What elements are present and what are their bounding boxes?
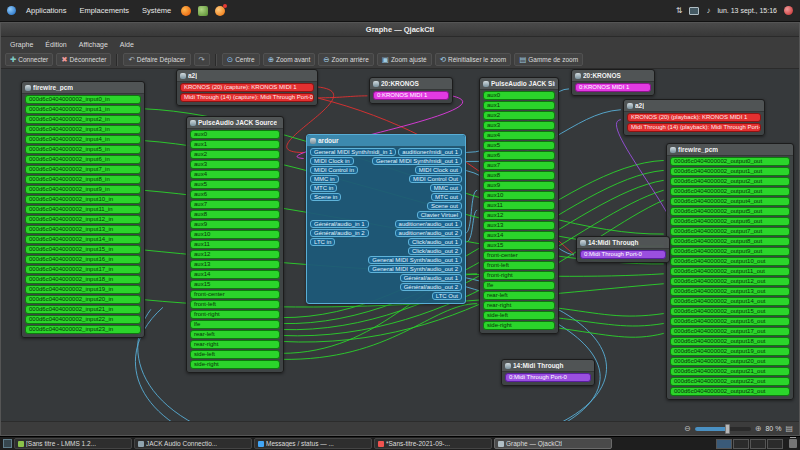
port[interactable]: MMC in xyxy=(310,175,339,183)
node-header[interactable]: ardour xyxy=(307,135,465,147)
port[interactable]: front-right xyxy=(190,310,280,319)
toolbar-button-disconnect[interactable]: ✖Déconnecter xyxy=(56,53,111,66)
port[interactable]: 000d6c0404000002_input13_in xyxy=(25,225,141,234)
toolbar-button-connect[interactable]: ✚Connecter xyxy=(5,53,53,66)
port[interactable]: 000d6c0404000002_input15_in xyxy=(25,245,141,254)
graph-node-kronos-playback[interactable]: 20:KRONOS0:KRONOS MIDI 1 xyxy=(571,69,655,96)
port[interactable]: aux4 xyxy=(483,131,555,140)
port[interactable]: KRONOS (20) (capture): KRONOS MIDI 1 xyxy=(180,83,314,92)
zoom-out-icon[interactable]: ⊖ xyxy=(684,425,691,433)
port[interactable]: aux12 xyxy=(483,211,555,220)
toolbar-button-zoom-out[interactable]: ⊖Zoom arrière xyxy=(318,53,374,66)
port[interactable]: Scene in xyxy=(310,193,341,201)
port[interactable]: 000d6c0404000002_input0_in xyxy=(25,95,141,104)
workspace-1[interactable] xyxy=(716,439,732,449)
port[interactable]: 0:KRONOS MIDI 1 xyxy=(373,91,449,100)
port[interactable]: 000d6c0404000002_output22_out xyxy=(670,377,790,386)
port[interactable]: aux8 xyxy=(190,210,280,219)
applications-menu[interactable]: Applications xyxy=(23,4,69,17)
port[interactable]: aux9 xyxy=(190,220,280,229)
menu-graphe[interactable]: Graphe xyxy=(5,40,38,49)
volume-icon[interactable]: ♪ xyxy=(706,6,710,16)
taskbar-item[interactable]: JACK Audio Connectio... xyxy=(134,438,252,449)
port[interactable]: 000d6c0404000002_output23_out xyxy=(670,387,790,396)
port[interactable]: front-center xyxy=(190,290,280,299)
graph-node-firewire-playback[interactable]: firewire_pcm000d6c0404000002_output0_out… xyxy=(666,143,794,400)
node-header[interactable]: firewire_pcm xyxy=(22,82,144,94)
port[interactable]: 0:Midi Through Port-0 xyxy=(505,373,591,382)
menu-e-dition[interactable]: Édition xyxy=(40,40,71,49)
port[interactable]: 000d6c0404000002_output2_out xyxy=(670,177,790,186)
port[interactable]: aux5 xyxy=(483,141,555,150)
port[interactable]: aux13 xyxy=(483,221,555,230)
port[interactable]: aux2 xyxy=(190,150,280,159)
port[interactable]: aux10 xyxy=(483,191,555,200)
port[interactable]: 000d6c0404000002_input20_in xyxy=(25,295,141,304)
port[interactable]: aux10 xyxy=(190,230,280,239)
power-icon[interactable] xyxy=(784,6,793,15)
port[interactable]: MIDI Clock in xyxy=(310,157,354,165)
port[interactable]: 000d6c0404000002_output1_out xyxy=(670,167,790,176)
port[interactable]: 000d6c0404000002_input8_in xyxy=(25,175,141,184)
port[interactable]: aux13 xyxy=(190,260,280,269)
port[interactable]: 000d6c0404000002_output3_out xyxy=(670,187,790,196)
toolbar-button-undo[interactable]: ↶Défaire Déplacer xyxy=(123,53,190,66)
toolbar-button-redo[interactable]: ↷ xyxy=(194,53,210,66)
port[interactable]: auditioner/audio_out 1 xyxy=(395,220,462,228)
graph-node-pulseaudio-jack-source[interactable]: PulseAudio JACK Sourceaux0aux1aux2aux3au… xyxy=(186,116,284,373)
port[interactable]: Midi Through (14) (playback): Midi Throu… xyxy=(627,123,761,132)
port[interactable]: aux7 xyxy=(483,161,555,170)
port[interactable]: MMC out xyxy=(430,184,462,192)
port[interactable]: 000d6c0404000002_output17_out xyxy=(670,327,790,336)
port[interactable]: aux14 xyxy=(483,231,555,240)
toolbar-button-zoom-in[interactable]: ⊕Zoom avant xyxy=(263,53,316,66)
firefox-launcher-icon[interactable] xyxy=(181,6,191,16)
port[interactable]: 000d6c0404000002_output16_out xyxy=(670,317,790,326)
port[interactable]: 000d6c0404000002_input16_in xyxy=(25,255,141,264)
menu-aide[interactable]: Aide xyxy=(115,40,139,49)
zoom-menu-icon[interactable]: ▤ xyxy=(785,425,793,433)
workspace-4[interactable] xyxy=(767,439,783,449)
menu-affichage[interactable]: Affichage xyxy=(74,40,113,49)
port[interactable]: 000d6c0404000002_output9_out xyxy=(670,247,790,256)
port[interactable]: lfe xyxy=(483,281,555,290)
port[interactable]: rear-right xyxy=(483,301,555,310)
node-header[interactable]: firewire_pcm xyxy=(667,144,793,156)
port[interactable]: aux0 xyxy=(483,91,555,100)
port[interactable]: MTC out xyxy=(431,193,462,201)
port[interactable]: KRONOS (20) (playback): KRONOS MIDI 1 xyxy=(627,113,761,122)
show-desktop-icon[interactable] xyxy=(3,439,12,448)
port[interactable]: aux8 xyxy=(483,171,555,180)
graph-node-kronos-capture[interactable]: 20:KRONOS0:KRONOS MIDI 1 xyxy=(369,77,453,104)
workspace-3[interactable] xyxy=(750,439,766,449)
port[interactable]: auditioner/audio_out 2 xyxy=(395,229,462,237)
port[interactable]: 000d6c0404000002_input22_in xyxy=(25,315,141,324)
port[interactable]: 000d6c0404000002_output6_out xyxy=(670,217,790,226)
trash-icon[interactable] xyxy=(789,439,797,448)
lmms-launcher-icon[interactable] xyxy=(198,6,208,16)
port[interactable]: aux6 xyxy=(483,151,555,160)
port[interactable]: 000d6c0404000002_input23_in xyxy=(25,325,141,334)
port[interactable]: MIDI Control Out xyxy=(409,175,462,183)
port[interactable]: MIDI Clock out xyxy=(415,166,462,174)
port[interactable]: 000d6c0404000002_input7_in xyxy=(25,165,141,174)
port[interactable]: side-right xyxy=(190,360,280,369)
port[interactable]: 000d6c0404000002_input4_in xyxy=(25,135,141,144)
port[interactable]: side-right xyxy=(483,321,555,330)
toolbar-button-center[interactable]: ⊙Centre xyxy=(222,53,260,66)
port[interactable]: 000d6c0404000002_output15_out xyxy=(670,307,790,316)
toolbar-button-zoom-range[interactable]: ▤Gamme de zoom xyxy=(514,53,583,66)
port[interactable]: 000d6c0404000002_input6_in xyxy=(25,155,141,164)
graph-node-a2j-capture[interactable]: a2jKRONOS (20) (capture): KRONOS MIDI 1M… xyxy=(176,69,318,106)
port[interactable]: Général/audio_in 1 xyxy=(310,220,369,228)
port[interactable]: 000d6c0404000002_input2_in xyxy=(25,115,141,124)
node-header[interactable]: a2j xyxy=(624,100,764,112)
port[interactable]: aux0 xyxy=(190,130,280,139)
port[interactable]: aux11 xyxy=(190,240,280,249)
port[interactable]: 000d6c0404000002_output10_out xyxy=(670,257,790,266)
port[interactable]: Click/audio_out 1 xyxy=(408,238,462,246)
node-header[interactable]: 14:Midi Through xyxy=(502,360,594,372)
port[interactable]: 000d6c0404000002_input3_in xyxy=(25,125,141,134)
taskbar-item[interactable]: [Sans titre - LMMS 1.2... xyxy=(14,438,132,449)
port[interactable]: Général/audio_in 2 xyxy=(310,229,369,237)
